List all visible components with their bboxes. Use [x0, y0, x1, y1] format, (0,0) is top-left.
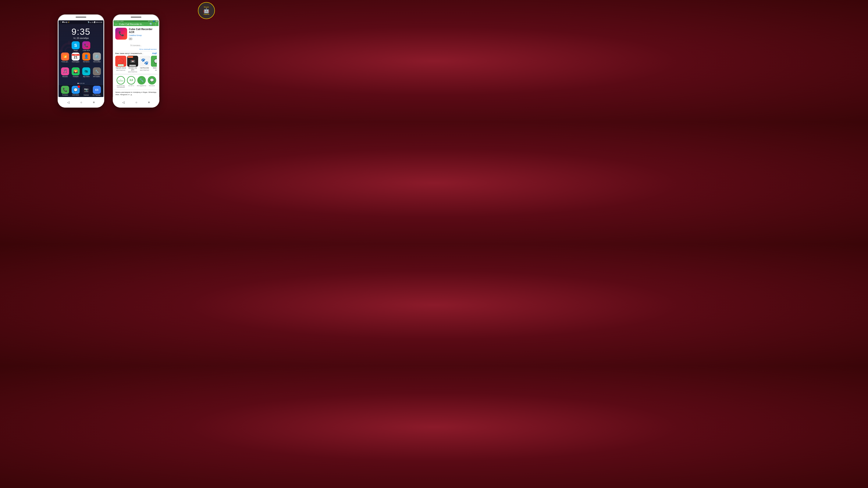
app-3-name: Call Recorder: [139, 67, 150, 69]
stat-similar[interactable]: 💬 Похожие: [148, 76, 156, 88]
similar-circle: 💬: [148, 76, 156, 85]
cast-icon: 📡: [88, 22, 90, 23]
stats-row: 1МИЛЛИОН Количество скачиваний 4,6 21 45…: [114, 74, 158, 90]
battery-pct: 59%: [96, 22, 99, 23]
clock-area: 9:35 Чт, 28 сентября: [59, 24, 103, 40]
rating-circle: 4,6: [127, 76, 135, 85]
back-button-left[interactable]: ◁: [67, 101, 69, 104]
speed-indicator: 97,1кб/с 1,1кб/с: [115, 21, 124, 22]
usb-icon: ⚡: [68, 22, 70, 23]
app-camera[interactable]: 📷 Камера: [82, 86, 91, 96]
similar-app-1[interactable]: 🚫 Реклама ⋮ Черный список БЕСПЛАТНО: [115, 56, 126, 73]
apps-grid-row3: 🎵 Музыка 🌄 Галерея 🛍 App: [59, 67, 103, 82]
similar-apps-row: 🚫 Реклама ⋮ Черный список БЕСПЛАТНО 📼 A: [115, 56, 157, 73]
msg-icon: 💬: [62, 22, 64, 23]
app-store[interactable]: 🛍 App Store: [82, 67, 91, 82]
install-text: Установка...: [130, 44, 142, 46]
app-hotspot[interactable]: 📶 Точка дос..: [60, 53, 70, 67]
similar-header: Вам также могут понравиться... ЕЩЁ: [115, 52, 157, 55]
wifi-right: ▲: [155, 21, 156, 22]
app-contacts[interactable]: 👤 Контакты: [82, 53, 91, 67]
phone-left-screen: 📱 💬 ▶ 🖼 ⚡ 📡 ▲ 3G ▊ 59% 9:35: [59, 20, 103, 97]
store-toolbar: ← Cube Call Recorder A... 🔍 ⋮: [114, 22, 158, 26]
app-1-price: БЕСПЛАТНО: [115, 69, 126, 71]
svg-rect-5: [75, 50, 79, 52]
stat-downloads[interactable]: 1МИЛЛИОН Количество скачиваний: [116, 76, 125, 88]
dot-4: [83, 83, 84, 84]
dot-2: [80, 83, 81, 84]
stat-rating[interactable]: 4,6 21 457 ±: [127, 76, 135, 88]
similar-label: Похожие: [149, 85, 155, 87]
nav-bar-left: ◁ ○ ≡: [58, 97, 104, 107]
back-button-right[interactable]: ◁: [122, 101, 125, 104]
nav-bar-right: ◁ ○ ≡: [113, 97, 159, 107]
ad-badge: Реклама: [118, 64, 124, 66]
status-right-icons: 📡 ▲ 3G ▊ 59% 9:35: [88, 22, 102, 23]
status-bar-left: 📱 💬 ▶ 🖼 ⚡ 📡 ▲ 3G ▊ 59% 9:35: [59, 20, 103, 24]
more-icon-3[interactable]: ⋮: [149, 56, 150, 58]
category-circle: 🔧: [137, 76, 146, 85]
home-button-right[interactable]: ○: [135, 101, 137, 104]
back-button-store[interactable]: ←: [115, 23, 118, 26]
similar-app-2[interactable]: 📼 Automatic Call Recorder ⋮ Автомат иче …: [127, 56, 138, 73]
app-description: Запись разговоров по телефону, в Skype, …: [114, 90, 158, 97]
app-cubeacr[interactable]: 📞 Cube ACR: [82, 41, 90, 51]
phone-left: 📱 💬 ▶ 🖼 ⚡ 📡 ▲ 3G ▊ 59% 9:35: [58, 14, 104, 107]
category-label: Инструменты: [137, 85, 146, 87]
paid-content: Есть платный контент: [114, 48, 158, 51]
home-button-left[interactable]: ○: [80, 101, 82, 104]
cubeacr-label: Cube ACR: [83, 50, 90, 51]
app-sms[interactable]: 💬 1 SMS/MMS: [71, 86, 81, 96]
app-settings[interactable]: ⚙️ Настройки: [92, 53, 102, 67]
app-phone[interactable]: 📞 Телефон: [60, 86, 70, 96]
similar-app-4[interactable]: 💬 Запи виде БЕ..: [151, 56, 157, 73]
similar-section: Вам также могут понравиться... ЕЩЁ 🚫 Рек…: [114, 51, 158, 74]
store-title: Cube Call Recorder A...: [119, 23, 148, 25]
app-music[interactable]: 🎵 Музыка: [60, 67, 70, 82]
svg-rect-4: [59, 50, 63, 52]
app-es[interactable]: ES ES Провод..: [92, 86, 102, 96]
similar-app-3[interactable]: 🐾 ⋮ Call Recorder БЕСПЛАТНО: [139, 56, 150, 73]
phone-right: 97,1кб/с 1,1кб/с 2G 9:35 🔵 ▲ ▊ ← Cube Ca…: [113, 14, 159, 107]
bt-icon: 🔵: [153, 21, 154, 22]
app-2-name: Автомат иче реги: [127, 67, 138, 71]
app-1-name: Черный список: [115, 67, 126, 69]
app-gallery[interactable]: 🌄 Галерея: [71, 67, 81, 82]
stat-category[interactable]: 🔧 Инструменты: [137, 76, 146, 88]
phone-notch-right: [131, 17, 141, 18]
app-detail-icon: 📞: [115, 28, 127, 40]
age-rating: 3+: [129, 38, 132, 40]
app-4-price: БЕ..: [151, 69, 157, 71]
big-clock: 9:35: [59, 27, 103, 36]
dot-1: [78, 83, 79, 84]
store-screen: 97,1кб/с 1,1кб/с 2G 9:35 🔵 ▲ ▊ ← Cube Ca…: [114, 20, 158, 97]
app-2-price: БЕСПЛАТНО: [127, 71, 138, 73]
downloads-label: Количество скачиваний: [116, 85, 125, 88]
search-button-store[interactable]: 🔍: [149, 23, 153, 26]
app-calendar[interactable]: MON 21 Календарь: [71, 53, 81, 67]
app-detail-header: 📞 Cube Call Recorder ACR Catalina Group …: [114, 26, 158, 42]
sms-badge: 1: [78, 85, 80, 88]
phone-icon: 📱: [60, 22, 62, 23]
dock: 📞 Телефон 💬 1 SMS/MMS 📷: [59, 85, 103, 97]
photo-icon: 🖼: [66, 22, 67, 23]
more-icon-2[interactable]: ⋮: [137, 56, 138, 58]
similar-more[interactable]: ЕЩЁ: [152, 52, 157, 55]
phone-notch-left: [76, 17, 86, 18]
status-bar-right: 97,1кб/с 1,1кб/с 2G 9:35 🔵 ▲ ▊: [114, 20, 158, 22]
menu-button-left[interactable]: ≡: [93, 101, 94, 104]
yt-icon: ▶: [64, 22, 65, 23]
app-tools[interactable]: 🔧 Инструме..: [92, 67, 102, 82]
app-4-name: Запи виде: [151, 67, 157, 69]
svg-rect-2: [68, 41, 70, 45]
more-button-store[interactable]: ⋮: [154, 23, 157, 26]
app-detail-info: Cube Call Recorder ACR Catalina Group 3+: [129, 28, 157, 40]
network-right: 2G: [148, 21, 150, 22]
main-container: 📱 💬 ▶ 🖼 ⚡ 📡 ▲ 3G ▊ 59% 9:35: [0, 0, 217, 122]
wifi-icon: ▲: [90, 22, 92, 23]
watermark: Всё про 🤖 Андроид: [198, 2, 215, 19]
time-right: 9:35: [150, 21, 153, 22]
home-screen: 📱 💬 ▶ 🖼 ⚡ 📡 ▲ 3G ▊ 59% 9:35: [59, 20, 103, 97]
downloads-circle: 1МИЛЛИОН: [117, 76, 125, 85]
menu-button-right[interactable]: ≡: [148, 101, 150, 104]
